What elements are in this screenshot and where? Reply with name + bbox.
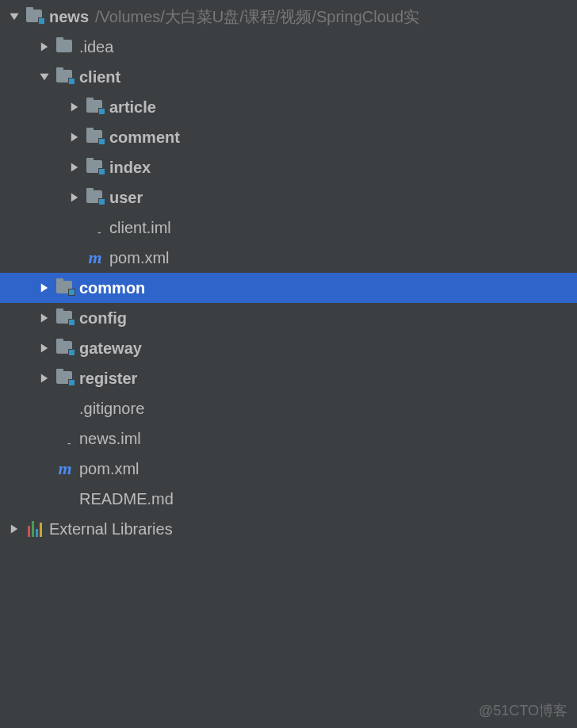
tree-row-client-iml[interactable]: client.iml xyxy=(0,213,577,243)
item-label: .idea xyxy=(79,38,113,56)
svg-marker-6 xyxy=(71,193,78,201)
module-folder-icon xyxy=(84,130,106,144)
tree-row-client[interactable]: client xyxy=(0,62,577,92)
module-folder-icon xyxy=(54,371,76,385)
module-folder-icon xyxy=(54,311,76,325)
tree-row-client-pom[interactable]: m pom.xml xyxy=(0,243,577,273)
module-folder-icon xyxy=(54,70,76,84)
module-folder-icon xyxy=(54,281,76,295)
svg-marker-11 xyxy=(11,524,17,533)
item-label: user xyxy=(109,189,143,207)
file-icon xyxy=(84,219,106,236)
svg-marker-2 xyxy=(40,74,48,80)
item-label: common xyxy=(79,279,145,297)
chevron-right-icon[interactable] xyxy=(35,282,54,293)
svg-marker-4 xyxy=(71,132,78,141)
tree-row-idea[interactable]: .idea xyxy=(0,32,577,62)
watermark: @51CTO博客 xyxy=(479,701,567,720)
item-label: article xyxy=(109,98,156,117)
item-label: pom.xml xyxy=(79,460,139,478)
chevron-right-icon[interactable] xyxy=(65,192,84,203)
svg-marker-8 xyxy=(41,313,48,322)
svg-marker-1 xyxy=(41,42,48,51)
chevron-right-icon[interactable] xyxy=(35,343,54,354)
file-icon xyxy=(54,400,76,417)
module-folder-icon xyxy=(84,190,106,205)
tree-row-config[interactable]: config xyxy=(0,303,577,333)
maven-icon: m xyxy=(84,247,106,268)
chevron-right-icon[interactable] xyxy=(65,132,84,143)
chevron-right-icon[interactable] xyxy=(65,162,84,173)
item-label: gateway xyxy=(79,339,142,358)
tree-row-comment[interactable]: comment xyxy=(0,122,577,152)
item-label: register xyxy=(79,370,137,388)
item-label: External Libraries xyxy=(49,520,173,538)
svg-marker-10 xyxy=(41,374,48,382)
item-label: README.md xyxy=(79,490,174,508)
chevron-right-icon[interactable] xyxy=(5,523,24,535)
root-path: /Volumes/大白菜U盘/课程/视频/SpringCloud实 xyxy=(95,6,419,28)
maven-icon: m xyxy=(54,458,76,479)
item-label: news.iml xyxy=(79,430,141,448)
library-icon xyxy=(24,521,46,537)
file-icon xyxy=(54,490,76,508)
item-label: comment xyxy=(109,128,180,147)
chevron-down-icon[interactable] xyxy=(35,71,54,82)
chevron-right-icon[interactable] xyxy=(35,312,54,324)
tree-row-user[interactable]: user xyxy=(0,182,577,213)
chevron-right-icon[interactable] xyxy=(35,373,54,384)
tree-row-register[interactable]: register xyxy=(0,363,577,393)
svg-marker-9 xyxy=(41,343,48,352)
item-label: .gitignore xyxy=(79,400,144,418)
item-label: pom.xml xyxy=(109,249,170,267)
svg-marker-0 xyxy=(10,13,18,20)
item-label: client.iml xyxy=(109,219,171,237)
tree-row-common[interactable]: common xyxy=(0,273,577,303)
tree-row-gitignore[interactable]: .gitignore xyxy=(0,393,577,423)
file-icon xyxy=(54,430,76,447)
folder-icon xyxy=(54,40,76,54)
chevron-down-icon[interactable] xyxy=(5,11,24,22)
tree-row-root[interactable]: news /Volumes/大白菜U盘/课程/视频/SpringCloud实 xyxy=(0,2,577,32)
tree-row-root-pom[interactable]: m pom.xml xyxy=(0,454,577,484)
item-label: client xyxy=(79,68,120,86)
chevron-right-icon[interactable] xyxy=(35,41,54,52)
tree-row-external-libs[interactable]: External Libraries xyxy=(0,514,577,544)
tree-row-readme[interactable]: README.md xyxy=(0,484,577,514)
tree-row-news-iml[interactable]: news.iml xyxy=(0,423,577,454)
root-name: news xyxy=(49,8,89,26)
svg-marker-5 xyxy=(71,163,78,171)
module-folder-icon xyxy=(54,341,76,355)
item-label: index xyxy=(109,159,151,177)
item-label: config xyxy=(79,309,127,328)
tree-row-index[interactable]: index xyxy=(0,152,577,182)
project-tree: news /Volumes/大白菜U盘/课程/视频/SpringCloud实 .… xyxy=(0,0,577,544)
module-folder-icon xyxy=(84,160,106,174)
chevron-right-icon[interactable] xyxy=(65,102,84,113)
tree-row-gateway[interactable]: gateway xyxy=(0,333,577,363)
module-folder-icon xyxy=(84,100,106,114)
tree-row-article[interactable]: article xyxy=(0,92,577,122)
module-folder-icon xyxy=(24,10,46,24)
svg-marker-3 xyxy=(71,102,78,111)
svg-marker-7 xyxy=(41,283,48,292)
